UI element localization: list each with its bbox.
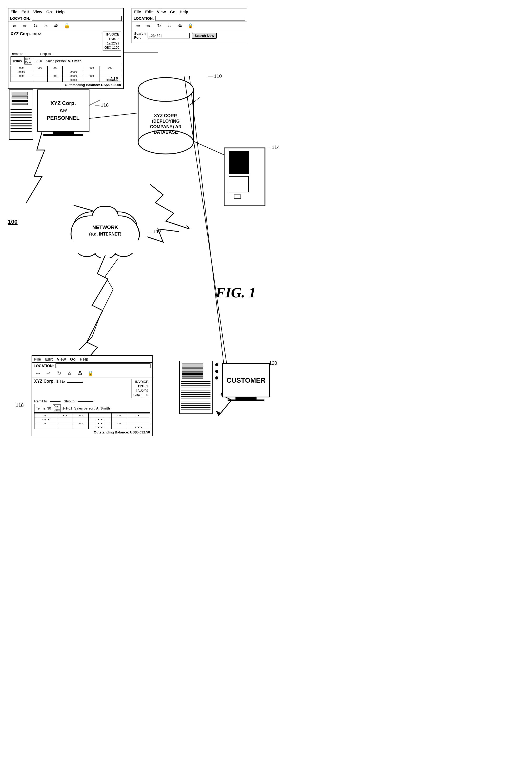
search-body: SearchFor: Search Now bbox=[132, 30, 247, 43]
location-input-top-left[interactable] bbox=[32, 16, 121, 21]
customer-monitor-stand bbox=[236, 397, 257, 400]
ar-monitor-text: XYZ Corp.ARPERSONNEL bbox=[47, 99, 80, 121]
home-icon[interactable]: ⌂ bbox=[42, 23, 50, 29]
customer-monitor-base bbox=[228, 400, 265, 401]
svg-rect-12 bbox=[12, 100, 28, 102]
bottom-refresh-icon[interactable]: ↻ bbox=[55, 370, 63, 376]
search-menu-go[interactable]: Go bbox=[170, 9, 175, 14]
bottom-menu-edit[interactable]: Edit bbox=[45, 357, 53, 361]
location-input-search[interactable] bbox=[155, 16, 245, 21]
sales-label-top: Sales person: bbox=[46, 59, 67, 63]
search-lock-icon[interactable]: 🔒 bbox=[187, 23, 194, 29]
outstanding-balance-bottom: Outstanding Balance: US$5,632.50 bbox=[34, 430, 150, 434]
lightning-cloud-bottom bbox=[66, 253, 145, 371]
invoice-box-top: INVOICE 123432 12/22/99 GBX-1100 bbox=[102, 32, 121, 51]
label-118-bottom: 118 bbox=[16, 403, 24, 408]
svg-rect-13 bbox=[12, 103, 28, 105]
search-input[interactable] bbox=[148, 33, 190, 38]
toolbar-bottom: ⇦ ⇨ ↻ ⌂ 🖶 🔒 bbox=[32, 369, 152, 377]
search-home-icon[interactable]: ⌂ bbox=[166, 23, 173, 29]
menubar-search: File Edit View Go Help bbox=[132, 8, 247, 15]
svg-rect-53 bbox=[72, 237, 138, 253]
search-refresh-icon[interactable]: ↻ bbox=[155, 23, 163, 29]
search-forward-icon[interactable]: ⇨ bbox=[145, 23, 152, 29]
search-back-icon[interactable]: ⇦ bbox=[134, 23, 141, 29]
svg-text:NETWORK: NETWORK bbox=[92, 225, 118, 230]
location-input-bottom[interactable] bbox=[56, 363, 150, 368]
date-value-bottom: 1-1-01 bbox=[62, 406, 72, 410]
cylinder-svg: XYZ CORP. (DEPLOYING COMPANY) AR DATABAS… bbox=[137, 76, 195, 160]
menu-view[interactable]: View bbox=[33, 9, 42, 14]
label-118-top: 118 bbox=[110, 76, 118, 82]
menu-edit[interactable]: Edit bbox=[22, 9, 29, 14]
due-date-box-top: DueDate: bbox=[25, 57, 32, 65]
bottom-menu-view[interactable]: View bbox=[57, 357, 66, 361]
company-name-top: XYZ Corp. bbox=[11, 32, 31, 36]
search-menu-file[interactable]: File bbox=[134, 9, 141, 14]
search-print-icon[interactable]: 🖶 bbox=[176, 23, 184, 29]
back-icon[interactable]: ⇦ bbox=[11, 23, 18, 29]
label-116: — 116 bbox=[95, 102, 109, 108]
svg-text:(e.g. INTERNET): (e.g. INTERNET) bbox=[89, 232, 121, 236]
menubar-bottom: File Edit View Go Help bbox=[32, 356, 152, 363]
label-112: — 112 bbox=[147, 229, 161, 235]
bottom-menu-file[interactable]: File bbox=[34, 357, 41, 361]
svg-text:XYZ CORP.: XYZ CORP. bbox=[154, 113, 177, 118]
sales-person-top: A. Smith bbox=[68, 59, 82, 63]
location-bar-bottom: LOCATION: bbox=[32, 363, 152, 369]
menu-help[interactable]: Help bbox=[56, 9, 65, 14]
menu-go[interactable]: Go bbox=[46, 9, 52, 14]
search-menu-edit[interactable]: Edit bbox=[145, 9, 153, 14]
invoice-body-bottom: XYZ Corp. Bill to INVOICE 123432 12/22/9… bbox=[32, 377, 152, 436]
bottom-home-icon[interactable]: ⌂ bbox=[66, 370, 73, 376]
search-for-label: SearchFor: bbox=[134, 32, 145, 40]
forward-icon[interactable]: ⇨ bbox=[21, 23, 28, 29]
search-menu-help[interactable]: Help bbox=[180, 9, 188, 14]
terms-row-top: Terms: DueDate: 1-1-01 Sales person: A. … bbox=[11, 56, 121, 65]
svg-text:DATABASE: DATABASE bbox=[154, 130, 178, 135]
print-icon[interactable]: 🖶 bbox=[53, 23, 60, 29]
refresh-icon[interactable]: ↻ bbox=[32, 23, 39, 29]
bottom-back-icon[interactable]: ⇦ bbox=[34, 370, 42, 376]
customer-monitor: CUSTOMER bbox=[222, 363, 270, 397]
search-now-button[interactable]: Search Now bbox=[192, 33, 217, 39]
svg-rect-62 bbox=[182, 368, 203, 372]
fig-label: FIG. 1 bbox=[216, 284, 256, 301]
bottom-print-icon[interactable]: 🖶 bbox=[76, 370, 84, 376]
outstanding-balance-top: Outstanding Balance: US$5,632.50 bbox=[11, 83, 121, 87]
label-110: — 110 bbox=[208, 74, 222, 79]
diagram-container: File Edit View Go Help LOCATION: ⇦ ⇨ ↻ ⌂… bbox=[0, 0, 532, 764]
svg-text:(DEPLOYING: (DEPLOYING bbox=[152, 119, 180, 124]
bottom-menu-go[interactable]: Go bbox=[70, 357, 76, 361]
invoice-window-top: File Edit View Go Help LOCATION: ⇦ ⇨ ↻ ⌂… bbox=[8, 8, 124, 89]
svg-rect-11 bbox=[12, 96, 28, 99]
toolbar-top-left: ⇦ ⇨ ↻ ⌂ 🖶 🔒 bbox=[8, 22, 123, 30]
customer-label: CUSTOMER bbox=[227, 376, 266, 385]
customer-tower-svg bbox=[179, 361, 213, 416]
location-bar-search: LOCATION: bbox=[132, 15, 247, 22]
customer-tower bbox=[179, 361, 213, 417]
bill-to-label-bottom: Bill to bbox=[56, 379, 84, 383]
svg-rect-41 bbox=[234, 195, 241, 198]
database-cylinder: XYZ CORP. (DEPLOYING COMPANY) AR DATABAS… bbox=[137, 76, 195, 162]
lock-icon[interactable]: 🔒 bbox=[63, 23, 71, 29]
terms-row-bottom: Terms: 30 DueDate: 1-1-01 Sales person: … bbox=[34, 404, 150, 413]
location-label: LOCATION: bbox=[10, 16, 30, 21]
sales-label-bottom: Sales person: bbox=[74, 406, 95, 410]
remit-ship-row-top: Remit to Ship to bbox=[11, 52, 121, 56]
invoice-box-bottom: INVOICE 123432 12/22/99 GBX-1100 bbox=[131, 379, 150, 398]
bottom-menu-help[interactable]: Help bbox=[80, 357, 89, 361]
invoice-window-bottom: File Edit View Go Help LOCATION: ⇦ ⇨ ↻ ⌂… bbox=[32, 355, 153, 436]
bottom-forward-icon[interactable]: ⇨ bbox=[45, 370, 52, 376]
svg-rect-39 bbox=[229, 151, 249, 174]
date-value-top: 1-1-01 bbox=[34, 59, 44, 63]
bottom-lock-icon[interactable]: 🔒 bbox=[87, 370, 94, 376]
invoice-table-bottom: xxxxxxxxxxxxxxx xxxxxxxxxx xxxxxxxxxxxxx… bbox=[34, 413, 150, 429]
menu-file[interactable]: File bbox=[11, 9, 17, 14]
svg-point-30 bbox=[138, 78, 193, 101]
invoice-table-top: xxxxxxxxxxxxxxx xxxxxxxxxx xxxxxxxxxxxxx… bbox=[11, 66, 121, 82]
label-120: — 120 bbox=[263, 361, 277, 366]
menubar-top-left: File Edit View Go Help bbox=[8, 8, 123, 15]
search-menu-view[interactable]: View bbox=[157, 9, 166, 14]
svg-rect-64 bbox=[182, 376, 203, 378]
